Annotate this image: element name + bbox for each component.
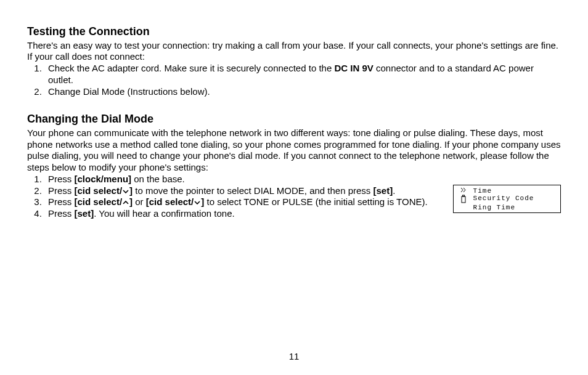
lcd-line: Time — [459, 187, 557, 195]
text: Check the AC adapter cord. Make sure it … — [48, 63, 334, 73]
text: Press — [48, 208, 75, 219]
text: Change Dial Mode (Instructions below). — [48, 86, 210, 97]
step-item: Check the AC adapter cord. Make sure it … — [44, 63, 561, 86]
text: Press — [48, 196, 75, 207]
text: or — [133, 196, 146, 207]
lcd-text: Time — [473, 187, 492, 195]
lcd-display: Time Security Code Ring Time — [453, 185, 561, 213]
text: Press — [48, 185, 75, 196]
document-page: Testing the Connection There's an easy w… — [0, 0, 588, 375]
chevron-up-icon — [122, 196, 129, 207]
bold-text: DC IN 9V — [334, 63, 373, 73]
bold-text: [cid select/ — [75, 196, 123, 207]
text: to select TONE or PULSE (the initial set… — [204, 196, 427, 207]
text: . — [393, 185, 395, 196]
intro-testing: There's an easy way to test your connect… — [27, 40, 561, 63]
lcd-text: Security Code — [473, 195, 534, 202]
spacer-icon — [459, 204, 468, 211]
step-item: Press [cid select/] to move the pointer … — [44, 185, 501, 197]
bold-text: [set] — [75, 208, 94, 219]
intro-dialmode: Your phone can communicate with the tele… — [27, 127, 561, 174]
chevron-down-icon — [122, 185, 129, 196]
bold-text: [cid select/ — [146, 196, 194, 207]
text: Press — [48, 174, 75, 184]
text: on the base. — [131, 174, 185, 184]
bold-text: [cid select/ — [75, 185, 123, 196]
text: to move the pointer to select DIAL MODE,… — [133, 185, 373, 196]
page-number: 11 — [0, 351, 588, 363]
step-item: Press [clock/menu] on the base. — [44, 174, 501, 185]
heading-testing: Testing the Connection — [27, 25, 561, 39]
chevron-down-icon — [194, 196, 201, 207]
lcd-line: Security Code — [459, 195, 557, 204]
text: . You will hear a confirmation tone. — [94, 208, 234, 219]
step-item: Change Dial Mode (Instructions below). — [44, 86, 561, 98]
steps-testing: Check the AC adapter cord. Make sure it … — [27, 63, 561, 97]
lcd-line: Ring Time — [459, 204, 557, 211]
heading-dialmode: Changing the Dial Mode — [27, 112, 561, 126]
section-testing-connection: Testing the Connection There's an easy w… — [27, 25, 561, 97]
bold-text: [set] — [374, 185, 393, 196]
battery-icon — [459, 195, 468, 204]
lcd-text: Ring Time — [473, 204, 515, 211]
bold-text: [clock/menu] — [75, 174, 132, 184]
svg-rect-1 — [462, 196, 465, 203]
pointer-icon — [459, 187, 468, 195]
